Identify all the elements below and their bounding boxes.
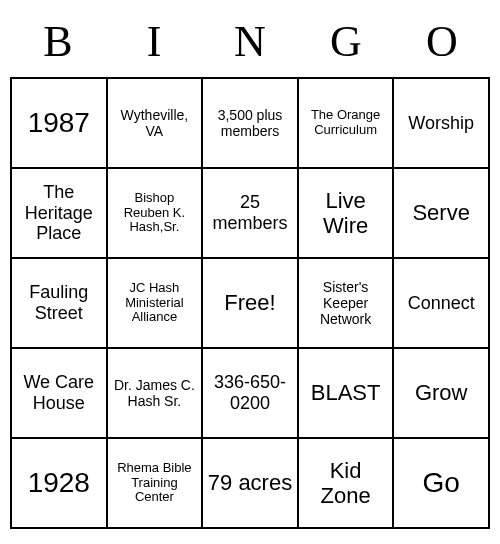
bingo-free-cell[interactable]: Free!	[202, 258, 298, 348]
bingo-cell[interactable]: Kid Zone	[298, 438, 394, 528]
bingo-cell[interactable]: Live Wire	[298, 168, 394, 258]
bingo-cell[interactable]: We Care House	[11, 348, 107, 438]
bingo-cell-text: Grow	[415, 380, 468, 405]
bingo-cell-text: Bishop Reuben K. Hash,Sr.	[112, 191, 198, 236]
bingo-cell-text: Serve	[412, 200, 469, 225]
bingo-cell[interactable]: Sister's Keeper Network	[298, 258, 394, 348]
bingo-cell[interactable]: JC Hash Ministerial Alliance	[107, 258, 203, 348]
bingo-cell-text: Go	[423, 467, 460, 499]
header-letter-o: O	[394, 10, 490, 77]
bingo-cell-text: 79 acres	[208, 470, 292, 495]
bingo-cell[interactable]: 1987	[11, 78, 107, 168]
bingo-cell-text: BLAST	[311, 380, 381, 405]
bingo-cell-text: Fauling Street	[16, 282, 102, 323]
bingo-cell[interactable]: The Heritage Place	[11, 168, 107, 258]
bingo-cell-text: 3,500 plus members	[207, 107, 293, 139]
bingo-cell[interactable]: Dr. James C. Hash Sr.	[107, 348, 203, 438]
bingo-cell[interactable]: 1928	[11, 438, 107, 528]
header-letter-g: G	[298, 10, 394, 77]
bingo-cell[interactable]: 25 members	[202, 168, 298, 258]
bingo-cell[interactable]: The Orange Curriculum	[298, 78, 394, 168]
bingo-cell[interactable]: Serve	[393, 168, 489, 258]
bingo-cell-text: Wytheville, VA	[112, 107, 198, 139]
bingo-cell[interactable]: BLAST	[298, 348, 394, 438]
bingo-cell-text: The Heritage Place	[16, 182, 102, 244]
bingo-cell-text: We Care House	[16, 372, 102, 413]
bingo-header-row: B I N G O	[10, 10, 490, 77]
bingo-grid: 1987Wytheville, VA3,500 plus membersThe …	[10, 77, 490, 529]
bingo-cell[interactable]: Go	[393, 438, 489, 528]
header-letter-n: N	[202, 10, 298, 77]
bingo-cell-text: Dr. James C. Hash Sr.	[112, 377, 198, 409]
bingo-cell[interactable]: Rhema Bible Training Center	[107, 438, 203, 528]
header-letter-b: B	[10, 10, 106, 77]
bingo-cell[interactable]: Worship	[393, 78, 489, 168]
bingo-cell[interactable]: Bishop Reuben K. Hash,Sr.	[107, 168, 203, 258]
bingo-cell[interactable]: Fauling Street	[11, 258, 107, 348]
bingo-cell-text: Free!	[224, 290, 275, 315]
bingo-cell-text: 336-650-0200	[207, 372, 293, 413]
bingo-cell[interactable]: Grow	[393, 348, 489, 438]
bingo-cell-text: Rhema Bible Training Center	[112, 461, 198, 506]
bingo-cell[interactable]: Wytheville, VA	[107, 78, 203, 168]
bingo-cell-text: The Orange Curriculum	[303, 108, 389, 138]
bingo-cell-text: 1928	[28, 467, 90, 499]
bingo-cell-text: Kid Zone	[303, 458, 389, 509]
bingo-card: B I N G O 1987Wytheville, VA3,500 plus m…	[10, 10, 490, 529]
bingo-cell-text: 25 members	[207, 192, 293, 233]
bingo-cell-text: Live Wire	[303, 188, 389, 239]
bingo-cell[interactable]: Connect	[393, 258, 489, 348]
bingo-cell[interactable]: 79 acres	[202, 438, 298, 528]
bingo-cell-text: Worship	[408, 113, 474, 134]
bingo-cell[interactable]: 3,500 plus members	[202, 78, 298, 168]
bingo-cell-text: JC Hash Ministerial Alliance	[112, 281, 198, 326]
bingo-cell-text: Connect	[408, 293, 475, 314]
header-letter-i: I	[106, 10, 202, 77]
bingo-cell-text: Sister's Keeper Network	[303, 279, 389, 327]
bingo-cell[interactable]: 336-650-0200	[202, 348, 298, 438]
bingo-cell-text: 1987	[28, 107, 90, 139]
